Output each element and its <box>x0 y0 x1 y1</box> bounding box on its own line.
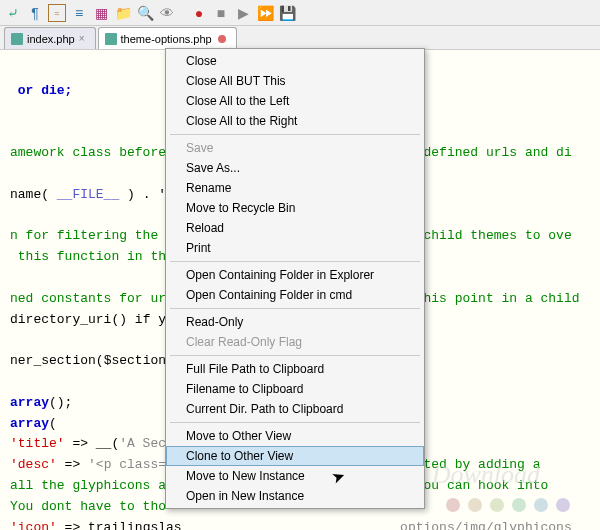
tab-bar: index.php × theme-options.php <box>0 26 600 50</box>
menu-item-open-containing-folder-in-explorer[interactable]: Open Containing Folder in Explorer <box>166 265 424 285</box>
menu-item-close-all-but-this[interactable]: Close All BUT This <box>166 71 424 91</box>
toolbar-icon-save-macro[interactable]: 💾 <box>278 4 296 22</box>
menu-item-clear-read-only-flag: Clear Read-Only Flag <box>166 332 424 352</box>
modified-indicator-icon <box>218 35 226 43</box>
menu-item-full-file-path-to-clipboard[interactable]: Full File Path to Clipboard <box>166 359 424 379</box>
menu-item-close-all-to-the-left[interactable]: Close All to the Left <box>166 91 424 111</box>
toolbar-icon-play[interactable]: ▶ <box>234 4 252 22</box>
menu-item-open-containing-folder-in-cmd[interactable]: Open Containing Folder in cmd <box>166 285 424 305</box>
dot-icon <box>556 498 570 512</box>
menu-item-close[interactable]: Close <box>166 51 424 71</box>
menu-item-clone-to-other-view[interactable]: Clone to Other View <box>166 446 424 466</box>
menu-item-read-only[interactable]: Read-Only <box>166 312 424 332</box>
menu-item-filename-to-clipboard[interactable]: Filename to Clipboard <box>166 379 424 399</box>
menu-item-save-as[interactable]: Save As... <box>166 158 424 178</box>
close-icon[interactable]: × <box>79 33 85 44</box>
dot-icon <box>512 498 526 512</box>
code-line: or die; <box>10 83 72 98</box>
toolbar-icon-record[interactable]: ● <box>190 4 208 22</box>
tab-context-menu: CloseClose All BUT ThisClose All to the … <box>165 48 425 509</box>
menu-separator <box>170 134 420 135</box>
menu-item-current-dir-path-to-clipboard[interactable]: Current Dir. Path to Clipboard <box>166 399 424 419</box>
menu-item-rename[interactable]: Rename <box>166 178 424 198</box>
dot-icon <box>446 498 460 512</box>
menu-item-open-in-new-instance[interactable]: Open in New Instance <box>166 486 424 506</box>
toolbar-icon-zoom[interactable]: 🔍 <box>136 4 154 22</box>
toolbar-icon-word-wrap[interactable]: ⤶ <box>4 4 22 22</box>
tab-label: theme-options.php <box>121 33 212 45</box>
code-line: amework class before <box>10 145 174 160</box>
toolbar-icon-play-multi[interactable]: ⏩ <box>256 4 274 22</box>
toolbar-icon-doc-map[interactable]: ▦ <box>92 4 110 22</box>
menu-item-close-all-to-the-right[interactable]: Close All to the Right <box>166 111 424 131</box>
menu-item-move-to-new-instance[interactable]: Move to New Instance <box>166 466 424 486</box>
tab-label: index.php <box>27 33 75 45</box>
menu-separator <box>170 308 420 309</box>
tab-theme-options-php[interactable]: theme-options.php <box>98 27 237 49</box>
file-icon <box>11 33 23 45</box>
menu-item-reload[interactable]: Reload <box>166 218 424 238</box>
watermark-dots <box>446 498 570 512</box>
dot-icon <box>534 498 548 512</box>
dot-icon <box>468 498 482 512</box>
toolbar: ⤶ ¶ = ≡ ▦ 📁 🔍 👁 ● ■ ▶ ⏩ 💾 <box>0 0 600 26</box>
toolbar-icon-eye[interactable]: 👁 <box>158 4 176 22</box>
toolbar-icon-folder[interactable]: 📁 <box>114 4 132 22</box>
file-icon <box>105 33 117 45</box>
menu-item-save: Save <box>166 138 424 158</box>
toolbar-icon-indent-guide[interactable]: = <box>48 4 66 22</box>
menu-item-move-to-other-view[interactable]: Move to Other View <box>166 426 424 446</box>
toolbar-icon-function-list[interactable]: ≡ <box>70 4 88 22</box>
toolbar-icon-show-whitespace[interactable]: ¶ <box>26 4 44 22</box>
tab-index-php[interactable]: index.php × <box>4 27 96 49</box>
menu-separator <box>170 422 420 423</box>
dot-icon <box>490 498 504 512</box>
menu-item-print[interactable]: Print <box>166 238 424 258</box>
menu-separator <box>170 261 420 262</box>
toolbar-icon-stop[interactable]: ■ <box>212 4 230 22</box>
menu-item-move-to-recycle-bin[interactable]: Move to Recycle Bin <box>166 198 424 218</box>
menu-separator <box>170 355 420 356</box>
